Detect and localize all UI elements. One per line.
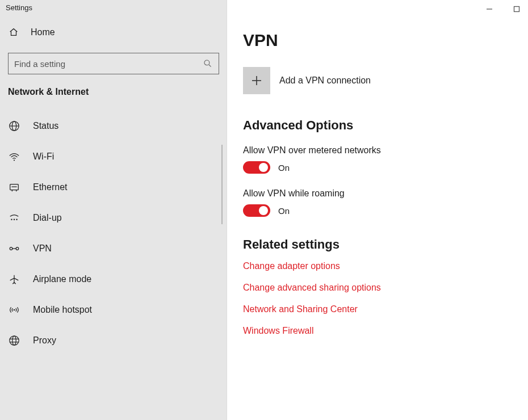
svg-rect-22	[514, 7, 519, 12]
add-vpn-button[interactable]: Add a VPN connection	[243, 67, 512, 94]
toggle-roaming[interactable]	[243, 204, 270, 217]
wifi-icon	[8, 150, 20, 163]
sidebar-item-label: Proxy	[33, 335, 56, 346]
svg-point-13	[10, 247, 12, 250]
search-icon	[203, 58, 213, 69]
related-settings-heading: Related settings	[243, 237, 512, 252]
sidebar-item-ethernet[interactable]: Ethernet	[0, 172, 227, 203]
sidebar-item-status[interactable]: Status	[0, 111, 227, 141]
svg-point-17	[10, 336, 19, 345]
toggle-state-label: On	[278, 206, 290, 216]
window-title: Settings	[0, 0, 227, 23]
setting-roaming: Allow VPN while roaming On	[243, 188, 512, 217]
proxy-icon	[8, 334, 20, 347]
related-settings: Related settings Change adapter options …	[243, 237, 512, 336]
sidebar-item-vpn[interactable]: VPN	[0, 233, 227, 264]
link-windows-firewall[interactable]: Windows Firewall	[243, 326, 512, 336]
search-input-container[interactable]	[8, 53, 219, 74]
sidebar-category: Network & Internet	[0, 87, 227, 111]
svg-point-14	[16, 247, 19, 250]
svg-point-12	[16, 219, 17, 220]
sidebar-item-label: Wi-Fi	[33, 152, 54, 162]
sidebar-item-wifi[interactable]: Wi-Fi	[0, 141, 227, 172]
svg-line-1	[209, 65, 211, 67]
setting-label: Allow VPN while roaming	[243, 188, 512, 199]
sidebar-item-label: VPN	[33, 243, 52, 254]
link-advanced-sharing[interactable]: Change advanced sharing options	[243, 283, 512, 293]
svg-point-10	[11, 219, 12, 220]
plus-icon	[243, 67, 270, 94]
toggle-state-label: On	[278, 163, 290, 173]
link-adapter-options[interactable]: Change adapter options	[243, 261, 512, 271]
sidebar-home[interactable]: Home	[0, 23, 227, 43]
airplane-icon	[8, 273, 20, 285]
sidebar-nav: Status Wi-Fi Ethernet	[0, 111, 227, 356]
toggle-metered[interactable]	[243, 161, 270, 174]
main-content: VPN Add a VPN connection Advanced Option…	[227, 0, 528, 420]
sidebar-item-hotspot[interactable]: Mobile hotspot	[0, 295, 227, 325]
add-vpn-label: Add a VPN connection	[279, 75, 371, 86]
svg-point-5	[14, 159, 15, 161]
sidebar-item-label: Status	[33, 121, 58, 131]
setting-label: Allow VPN over metered networks	[243, 145, 512, 156]
link-network-sharing-center[interactable]: Network and Sharing Center	[243, 304, 512, 314]
sidebar-item-label: Mobile hotspot	[33, 305, 92, 315]
ethernet-icon	[8, 181, 20, 194]
sidebar: Settings Home Network & Internet	[0, 0, 227, 420]
setting-metered: Allow VPN over metered networks On	[243, 145, 512, 174]
hotspot-icon	[8, 304, 20, 316]
page-title: VPN	[243, 31, 512, 50]
sidebar-item-airplane[interactable]: Airplane mode	[0, 264, 227, 295]
sidebar-item-label: Ethernet	[33, 182, 67, 192]
home-icon	[8, 27, 19, 38]
status-icon	[8, 120, 20, 132]
maximize-button[interactable]	[511, 3, 522, 15]
vpn-icon	[8, 242, 20, 255]
sidebar-item-proxy[interactable]: Proxy	[0, 325, 227, 356]
sidebar-item-dialup[interactable]: Dial-up	[0, 203, 227, 233]
minimize-button[interactable]	[484, 3, 495, 15]
advanced-options-heading: Advanced Options	[243, 118, 512, 133]
svg-point-18	[12, 336, 16, 345]
sidebar-item-label: Dial-up	[33, 213, 62, 223]
sidebar-home-label: Home	[31, 27, 55, 37]
window-controls	[484, 3, 522, 15]
dialup-icon	[8, 212, 20, 224]
svg-point-0	[204, 60, 209, 65]
sidebar-item-label: Airplane mode	[33, 274, 91, 284]
svg-point-11	[14, 219, 15, 220]
svg-point-16	[14, 309, 15, 311]
sidebar-scrollbar[interactable]	[221, 145, 223, 224]
search-input[interactable]	[14, 59, 198, 69]
